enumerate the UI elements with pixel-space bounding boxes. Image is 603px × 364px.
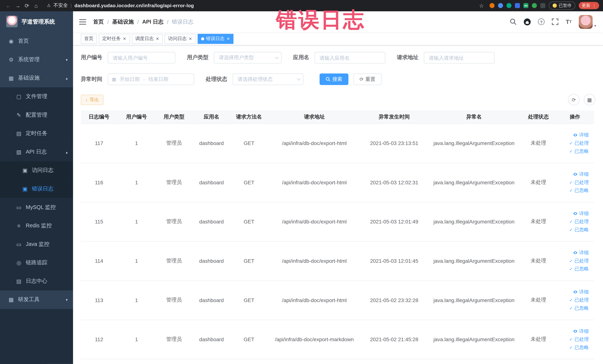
table-row: 113 1 管理员 dashboard GET /api/infra/db-do… (81, 280, 594, 320)
mark-ignored-link[interactable]: ✓ 已忽略 (569, 344, 589, 351)
extension-icon[interactable] (532, 3, 537, 8)
extension-icon[interactable] (515, 3, 520, 8)
extension-icon[interactable] (506, 3, 511, 8)
user-id-input[interactable] (108, 52, 175, 63)
browser-home-icon[interactable]: ⌂ (32, 1, 41, 10)
detail-link[interactable]: 详细 (573, 249, 589, 256)
bookmark-star-icon[interactable]: ☆ (477, 1, 486, 10)
search-button[interactable]: 搜索 (320, 73, 348, 85)
row-actions: 详细 ✓ 已处理 ✓ 已忽略 (557, 124, 593, 163)
table-row: 112 1 管理员 dashboard GET /api/infra/db-do… (81, 320, 594, 359)
cell-exception-time: 2021-05-03 23:13:51 (361, 124, 427, 163)
help-icon[interactable]: ? (538, 19, 545, 25)
table-row: 115 1 管理员 dashboard GET /api/infra/db-do… (81, 202, 594, 241)
sidebar-item-redis-monitor[interactable]: ≡ Redis 监控 (0, 217, 73, 235)
cell-method: GET (231, 241, 267, 281)
mark-ignored-link[interactable]: ✓ 已忽略 (569, 305, 589, 311)
document-icon: ▣ (22, 186, 28, 192)
sidebar-item-java-monitor[interactable]: ▭ Java 监控 (0, 235, 73, 254)
mark-processed-link[interactable]: ✓ 已处理 (569, 336, 589, 342)
tag-schedule-log[interactable]: 调度日志 × (132, 34, 163, 44)
sidebar-item-config-management[interactable]: ✎ 配置管理 (0, 106, 73, 124)
address-bar[interactable]: ⚠ 不安全 | dashboard.yudao.iocoder.cn/infra… (47, 2, 194, 9)
detail-link[interactable]: 详细 (573, 289, 589, 295)
sidebar-logo[interactable]: 芋道管理系统 (0, 11, 73, 32)
export-button[interactable]: ↓ 导出 (81, 94, 104, 105)
cell-method: GET (231, 202, 267, 241)
close-icon[interactable]: × (123, 36, 127, 41)
browser-back-icon[interactable]: ← (4, 1, 13, 10)
cell-exception-time: 2021-05-02 23:32:28 (361, 280, 427, 320)
mark-processed-link[interactable]: ✓ 已处理 (569, 258, 589, 264)
error-log-table: 日志编号 用户编号 用户类型 应用名 请求方法名 请求地址 异常发生时间 异常名… (81, 110, 594, 359)
mark-ignored-link[interactable]: ✓ 已忽略 (569, 226, 589, 233)
paused-button[interactable]: 已暂停 (549, 1, 575, 10)
app-name-input[interactable] (314, 52, 385, 63)
close-icon[interactable]: × (188, 36, 192, 41)
mark-processed-link[interactable]: ✓ 已处理 (569, 140, 589, 146)
check-icon: ✓ (569, 267, 573, 271)
tag-access-log[interactable]: 访问日志 × (165, 34, 196, 44)
mark-ignored-link[interactable]: ✓ 已忽略 (569, 266, 589, 272)
column-settings-button[interactable]: ▦ (584, 94, 595, 105)
extension-icon[interactable] (498, 3, 503, 8)
reset-button[interactable]: ⟳ 重置 (353, 73, 382, 85)
breadcrumb-home[interactable]: 首页 (93, 18, 104, 25)
sidebar-item-file-management[interactable]: ▢ 文件管理 (0, 87, 73, 106)
date-range-picker[interactable]: ▦ 开始日期 - 结束日期 (108, 73, 194, 85)
mark-processed-link[interactable]: ✓ 已处理 (569, 218, 589, 225)
tags-bar: 首页 定时任务 × 调度日志 × 访问日志 × 错误日志 × (73, 32, 603, 46)
detail-link[interactable]: 详细 (573, 210, 589, 217)
sidebar-item-dev-tools[interactable]: ▩ 研发工具 ▾ (0, 290, 73, 309)
browser-forward-icon[interactable]: → (13, 1, 23, 10)
sidebar-item-error-log[interactable]: ▣ 错误日志 (0, 180, 73, 198)
filter-exception-time: 异常时间 ▦ 开始日期 - 结束日期 (81, 73, 194, 85)
table-row: 114 1 管理员 dashboard GET /api/infra/db-do… (81, 241, 594, 281)
sidebar-item-home[interactable]: ◉ 首页 (0, 32, 73, 50)
tag-scheduled-tasks[interactable]: 定时任务 × (99, 34, 130, 44)
sidebar-item-mysql-monitor[interactable]: ▭ MySQL 监控 (0, 198, 73, 217)
edit-icon: ✎ (15, 112, 22, 118)
mark-processed-link[interactable]: ✓ 已处理 (569, 297, 589, 303)
close-icon[interactable]: × (156, 36, 159, 41)
breadcrumb-api-log[interactable]: API 日志 (142, 18, 163, 25)
detail-link[interactable]: 详细 (573, 171, 589, 177)
tag-home[interactable]: 首页 (81, 34, 97, 44)
request-url-input[interactable] (424, 52, 495, 63)
top-navbar: 首页 / 基础设施 / API 日志 / 错误日志 ? (73, 11, 603, 32)
extension-pin-icon[interactable] (540, 3, 545, 8)
breadcrumb-infrastructure[interactable]: 基础设施 (112, 18, 134, 25)
mark-processed-link[interactable]: ✓ 已处理 (569, 179, 589, 186)
mark-ignored-link[interactable]: ✓ 已忽略 (569, 187, 589, 194)
col-user-type: 用户类型 (156, 110, 192, 124)
fullscreen-icon[interactable] (552, 19, 558, 25)
sidebar-item-log-center[interactable]: ▤ 日志中心 (0, 272, 73, 291)
github-icon[interactable] (524, 18, 531, 25)
extension-icon[interactable] (489, 3, 495, 8)
sidebar-item-system-management[interactable]: ⚙ 系统管理 ▾ (0, 50, 73, 69)
detail-link[interactable]: 详细 (573, 132, 589, 138)
sidebar-item-infrastructure[interactable]: ▦ 基础设施 ▴ (0, 69, 73, 87)
sidebar-item-scheduled-tasks[interactable]: ▤ 定时任务 (0, 124, 73, 143)
sidebar-item-access-log[interactable]: ▣ 访问日志 (0, 161, 73, 180)
refresh-button[interactable]: ⟳ (568, 94, 580, 105)
sidebar-item-api-log[interactable]: ▧ API 日志 ▴ (0, 143, 73, 161)
cell-user-id: 1 (117, 124, 156, 163)
detail-link[interactable]: 详细 (573, 328, 589, 335)
font-size-icon[interactable]: TT (566, 19, 572, 25)
browser-reload-icon[interactable]: ⟳ (22, 1, 32, 10)
search-icon[interactable] (510, 19, 516, 25)
hamburger-icon[interactable] (73, 11, 92, 32)
user-type-select[interactable]: 请选择用户类型 (214, 52, 281, 63)
extension-badge-icon[interactable]: on (523, 3, 529, 8)
sidebar-item-link-tracing[interactable]: ◎ 链路追踪 (0, 254, 73, 272)
check-icon: ✓ (569, 298, 573, 303)
tag-error-log[interactable]: 错误日志 × (197, 34, 233, 44)
browser-update-button[interactable]: 更新 ⋮ (579, 2, 599, 9)
close-icon[interactable]: × (226, 36, 230, 41)
mark-ignored-link[interactable]: ✓ 已忽略 (569, 148, 589, 154)
cell-user-id: 1 (117, 241, 156, 281)
cell-status: 未处理 (521, 202, 556, 241)
process-status-select[interactable]: 请选择处理状态 (233, 73, 303, 85)
user-menu[interactable]: ▾ (579, 15, 596, 29)
